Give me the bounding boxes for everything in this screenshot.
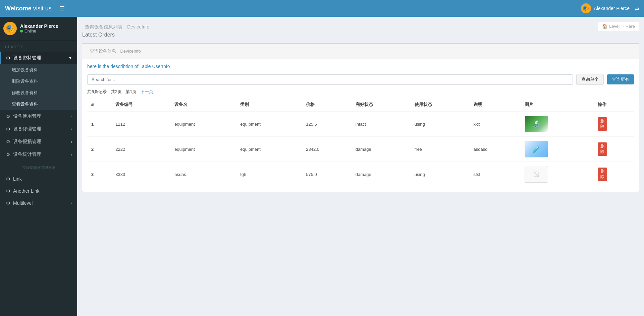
- page-title-text: 查询设备信息列表: [85, 24, 122, 29]
- multilevel-left: ⚙ Multilevel: [6, 200, 33, 206]
- sidebar-item-device-stats[interactable]: ⚙ 设备统计管理 ‹: [0, 148, 77, 161]
- content-header: 查询设备信息列表 DeviceInfo Latest Orders 🏠 Leve…: [82, 22, 639, 38]
- main-wrapper: 🎭 Alexander Pierce Online HEADER ⚙ 设备资料管…: [0, 17, 644, 316]
- sidebar-item-multilevel[interactable]: ⚙ Multilevel ‹: [0, 197, 77, 209]
- sidebar-section-header: HEADER: [0, 42, 77, 52]
- user-menu[interactable]: 🎭 Alexander Pierce: [581, 3, 630, 13]
- sidebar-toggle-button[interactable]: ☰: [57, 3, 67, 14]
- table-description: here is the describtion of Table UserInf…: [87, 64, 634, 69]
- cell-device-id: 1212: [111, 111, 170, 137]
- sidebar-sub-add-device[interactable]: 增加设备资料: [0, 64, 77, 76]
- content-header-left: 查询设备信息列表 DeviceInfo Latest Orders: [82, 22, 149, 38]
- orders-label: Latest Orders: [82, 32, 149, 38]
- box-title-text: 查询设备信息: [90, 49, 116, 54]
- cell-price: 575.0: [302, 162, 352, 187]
- search-row: 查询单个 查询所有: [87, 74, 634, 85]
- device-damage-label: 设备报损管理: [13, 139, 41, 145]
- cell-num: 3: [87, 162, 111, 187]
- cell-image: 🧪: [521, 137, 594, 162]
- table-row: 1 1212 equipment equipment 125.5 intact …: [87, 111, 634, 137]
- device-damage-icon: ⚙: [6, 139, 10, 144]
- sidebar-sub-edit-device[interactable]: 修改设备资料: [0, 87, 77, 99]
- status-label: Online: [24, 29, 36, 34]
- cell-num: 2: [87, 137, 111, 162]
- device-repair-label: 设备修理管理: [13, 126, 41, 132]
- box-title: 查询设备信息 DeviceInfo: [87, 48, 141, 54]
- device-image: 🧪: [525, 141, 548, 157]
- delete-button[interactable]: 删除: [598, 142, 607, 155]
- sidebar-avatar: 🎭: [3, 22, 17, 35]
- cell-price: 125.5: [302, 111, 352, 137]
- sidebar-item-device-damage[interactable]: ⚙ 设备报损管理 ‹: [0, 135, 77, 148]
- device-stats-icon: ⚙: [6, 152, 10, 157]
- cell-status: using: [411, 111, 470, 137]
- device-stats-label: 设备统计管理: [13, 151, 41, 157]
- cell-desc: xxx: [470, 111, 521, 137]
- cell-category: fgh: [236, 162, 302, 187]
- cell-device-name: asdas: [170, 162, 236, 187]
- nav-item-left-3: ⚙ 设备修理管理: [6, 126, 41, 132]
- cell-action: 删除: [594, 162, 634, 187]
- device-table: # 设备编号 设备名 类别 价格 完好状态 使用状态 说明 图片 操作: [87, 98, 634, 187]
- sidebar-item-device-management[interactable]: ⚙ 设备资料管理 ▼: [0, 52, 77, 64]
- multilevel-label: Multilevel: [13, 200, 33, 206]
- sidebar-item-link[interactable]: ⚙ Link: [0, 173, 77, 185]
- online-status-dot: [20, 30, 23, 33]
- col-price: 价格: [302, 98, 352, 111]
- device-management-icon: ⚙: [6, 55, 10, 61]
- search-all-button[interactable]: 查询所有: [607, 74, 634, 84]
- sidebar-item-device-repair[interactable]: ⚙ 设备修理管理 ‹: [0, 123, 77, 135]
- table-row: 3 3333 asdas fgh 575.0 damage using sfsf…: [87, 162, 634, 187]
- system-label: 实验室器材管理系统: [0, 163, 77, 173]
- brand-bold: Welcome: [5, 5, 32, 12]
- brand-title: Welcome visit us: [5, 5, 52, 12]
- breadcrumb-level: Level: [609, 24, 620, 29]
- sidebar-item-another-link[interactable]: ⚙ Another Link: [0, 185, 77, 197]
- share-icon[interactable]: ⇄: [635, 5, 639, 12]
- breadcrumb: 🏠 Level > Here: [598, 22, 639, 31]
- col-num: #: [87, 98, 111, 111]
- table-row: 2 2222 equipment equipment 2342.0 damage…: [87, 137, 634, 162]
- cell-device-id: 2222: [111, 137, 170, 162]
- chevron-right-icon-damage: ‹: [71, 140, 72, 144]
- col-desc: 说明: [470, 98, 521, 111]
- delete-button[interactable]: 删除: [598, 117, 607, 130]
- sidebar-user-info: Alexander Pierce Online: [20, 23, 58, 34]
- sidebar: 🎭 Alexander Pierce Online HEADER ⚙ 设备资料管…: [0, 17, 77, 316]
- breadcrumb-separator: >: [621, 24, 624, 29]
- box-header: 查询设备信息 DeviceInfo: [82, 44, 639, 59]
- cell-status: using: [411, 162, 470, 187]
- col-category: 类别: [236, 98, 302, 111]
- navbar-left: Welcome visit us ☰: [5, 3, 67, 14]
- page-subtitle: DeviceInfo: [127, 24, 149, 29]
- next-page-link[interactable]: 下一页: [140, 89, 153, 94]
- navbar-right: 🎭 Alexander Pierce ⇄: [581, 3, 639, 13]
- chevron-down-icon: ▼: [68, 56, 72, 60]
- sidebar-item-device-use[interactable]: ⚙ 设备使用管理 ‹: [0, 110, 77, 123]
- col-status: 使用状态: [411, 98, 470, 111]
- cell-status: free: [411, 137, 470, 162]
- col-action: 操作: [594, 98, 634, 111]
- search-single-button[interactable]: 查询单个: [576, 74, 604, 85]
- chevron-right-icon-repair: ‹: [71, 127, 72, 131]
- delete-button[interactable]: 删除: [598, 168, 607, 181]
- cell-price: 2342.0: [302, 137, 352, 162]
- nav-item-left-4: ⚙ 设备报损管理: [6, 139, 41, 145]
- search-input[interactable]: [87, 74, 573, 85]
- sidebar-sub-delete-device[interactable]: 删除设备资料: [0, 76, 77, 87]
- chevron-right-icon-multilevel: ‹: [71, 201, 72, 205]
- device-use-label: 设备使用管理: [13, 113, 41, 119]
- sidebar-sub-view-device[interactable]: 查看设备资料: [0, 99, 77, 110]
- nav-item-left-2: ⚙ 设备使用管理: [6, 113, 41, 119]
- col-condition: 完好状态: [352, 98, 411, 111]
- cell-action: 删除: [594, 111, 634, 137]
- col-device-id: 设备编号: [111, 98, 170, 111]
- link-icon: ⚙: [6, 176, 10, 182]
- link-label: Link: [13, 176, 22, 182]
- cell-image: [521, 162, 594, 187]
- pagination-info: 共6条记录 共2页 第1页 下一页: [87, 89, 634, 95]
- total-pages: 共2页: [111, 89, 122, 94]
- device-image-placeholder: [525, 166, 548, 183]
- page-title: 查询设备信息列表 DeviceInfo: [82, 22, 149, 30]
- cell-desc: sfsf: [470, 162, 521, 187]
